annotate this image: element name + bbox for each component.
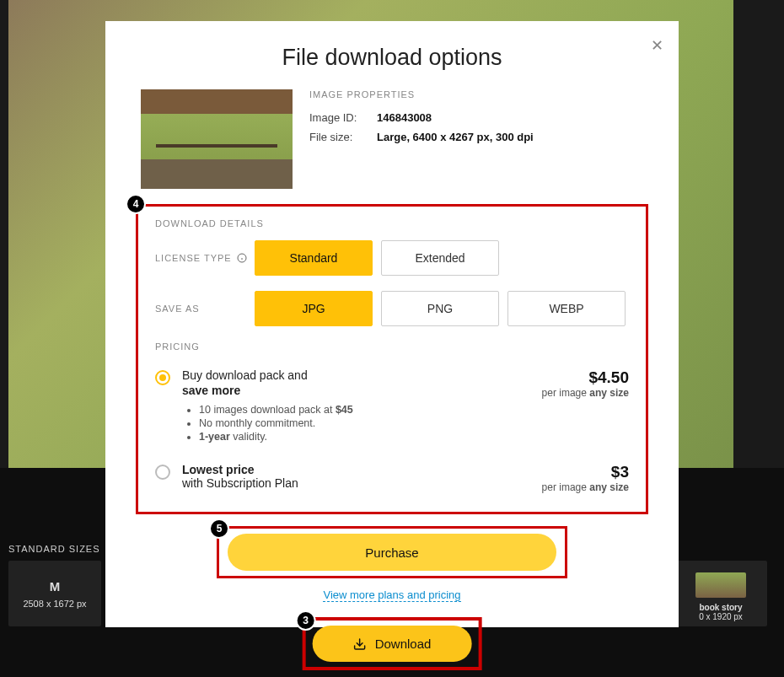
- image-id-label: Image ID:: [309, 111, 368, 124]
- info-icon[interactable]: [237, 253, 247, 263]
- license-extended-button[interactable]: Extended: [381, 240, 499, 276]
- download-label: Download: [375, 637, 432, 651]
- sub-line1: Lowest price: [182, 463, 524, 476]
- format-button-group: JPG PNG WEBP: [255, 291, 626, 326]
- properties-header: IMAGE PROPERTIES: [309, 89, 534, 99]
- subscription-description: Lowest price with Subscription Plan: [182, 463, 524, 493]
- download-options-modal: ✕ File download options IMAGE PROPERTIES…: [105, 21, 679, 627]
- purchase-callout-border: 5 Purchase: [217, 526, 567, 578]
- subscription-price: $3 per image any size: [542, 463, 629, 493]
- download-icon: [353, 637, 367, 651]
- pack-line2: save more: [182, 384, 524, 397]
- sub-line2: with Subscription Plan: [182, 476, 524, 490]
- pricing-option-subscription[interactable]: Lowest price with Subscription Plan $3 p…: [155, 463, 629, 493]
- image-properties-row: IMAGE PROPERTIES Image ID: 146843008 Fil…: [136, 89, 648, 189]
- pack-radio[interactable]: [155, 370, 170, 385]
- download-details-header: DOWNLOAD DETAILS: [155, 218, 629, 228]
- pack-price: $4.50 per image any size: [542, 368, 629, 444]
- download-button-wrap: 3 Download: [303, 617, 482, 670]
- callout-5-badge: 5: [209, 518, 229, 539]
- bookstory-thumb: [695, 572, 746, 598]
- pack-amount: $4.50: [542, 368, 629, 387]
- saveas-row: SAVE AS JPG PNG WEBP: [155, 291, 629, 326]
- callout-4-badge: 4: [126, 194, 146, 214]
- pricing-option-pack[interactable]: Buy download pack and save more 10 image…: [155, 368, 629, 444]
- view-more-plans-link[interactable]: View more plans and pricing: [323, 588, 460, 602]
- size-name: M: [50, 579, 61, 594]
- license-row: LICENSE TYPE Standard Extended: [155, 240, 629, 276]
- size-card-bookstory[interactable]: book story 0 x 1920 px: [674, 561, 767, 626]
- license-button-group: Standard Extended: [255, 240, 499, 276]
- size-card-m[interactable]: M 2508 x 1672 px: [8, 561, 101, 626]
- file-size-value: Large, 6400 x 4267 px, 300 dpi: [377, 131, 534, 143]
- pack-line1: Buy download pack and: [182, 368, 524, 382]
- size-dims: 2508 x 1672 px: [23, 599, 86, 609]
- pack-description: Buy download pack and save more 10 image…: [182, 368, 524, 444]
- license-label: LICENSE TYPE: [155, 253, 255, 263]
- purchase-button-wrap: 5 Purchase: [136, 526, 648, 578]
- pack-bullet-1: 10 images download pack at $45: [199, 404, 524, 416]
- saveas-label: SAVE AS: [155, 304, 255, 314]
- bookstory-label: book story: [699, 603, 742, 612]
- bookstory-dims: 0 x 1920 px: [699, 612, 743, 621]
- pricing-header: PRICING: [155, 341, 629, 352]
- pack-bullet-2: No monthly commitment.: [199, 417, 524, 429]
- sub-amount: $3: [542, 463, 629, 481]
- format-png-button[interactable]: PNG: [381, 291, 499, 326]
- modal-title: File download options: [136, 45, 648, 71]
- license-standard-button[interactable]: Standard: [255, 240, 373, 276]
- sub-per: per image any size: [542, 481, 629, 493]
- close-icon[interactable]: ✕: [651, 36, 663, 55]
- view-more-wrap: View more plans and pricing: [136, 587, 648, 602]
- format-webp-button[interactable]: WEBP: [507, 291, 626, 326]
- download-callout-border: 3 Download: [303, 617, 482, 670]
- download-details-wrap: 4 DOWNLOAD DETAILS LICENSE TYPE Standard…: [136, 204, 648, 514]
- image-properties: IMAGE PROPERTIES Image ID: 146843008 Fil…: [309, 89, 534, 189]
- file-size-label: File size:: [309, 131, 368, 143]
- download-button[interactable]: Download: [313, 626, 472, 662]
- pack-bullet-3: 1-year validity.: [199, 431, 524, 443]
- subscription-radio[interactable]: [155, 465, 170, 480]
- callout-3-badge: 3: [296, 610, 316, 631]
- image-id-value: 146843008: [377, 111, 432, 124]
- image-thumbnail: [141, 89, 293, 189]
- pack-bullets: 10 images download pack at $45 No monthl…: [182, 404, 524, 443]
- format-jpg-button[interactable]: JPG: [255, 291, 373, 326]
- download-details-border: DOWNLOAD DETAILS LICENSE TYPE Standard E…: [136, 204, 648, 514]
- pack-per: per image any size: [542, 387, 629, 399]
- purchase-button[interactable]: Purchase: [228, 534, 556, 571]
